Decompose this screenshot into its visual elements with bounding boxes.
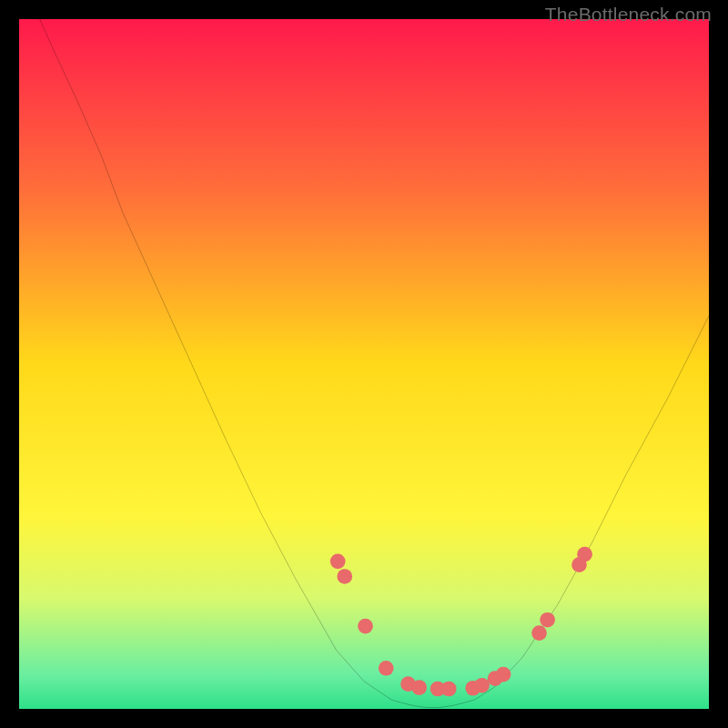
data-marker — [540, 612, 555, 628]
data-marker — [441, 682, 457, 697]
data-marker — [411, 680, 427, 695]
chart-svg — [19, 19, 709, 709]
data-marker — [330, 553, 346, 569]
watermark-label: TheBottleneck.com — [545, 4, 712, 25]
data-marker — [379, 661, 394, 676]
gradient-background — [19, 19, 709, 709]
data-marker — [577, 547, 592, 562]
data-marker — [496, 667, 511, 682]
data-marker — [337, 569, 352, 584]
data-marker — [358, 619, 373, 634]
plot-area — [19, 19, 709, 709]
chart-stage: TheBottleneck.com — [0, 0, 728, 728]
data-marker — [474, 678, 490, 693]
data-marker — [531, 625, 547, 641]
